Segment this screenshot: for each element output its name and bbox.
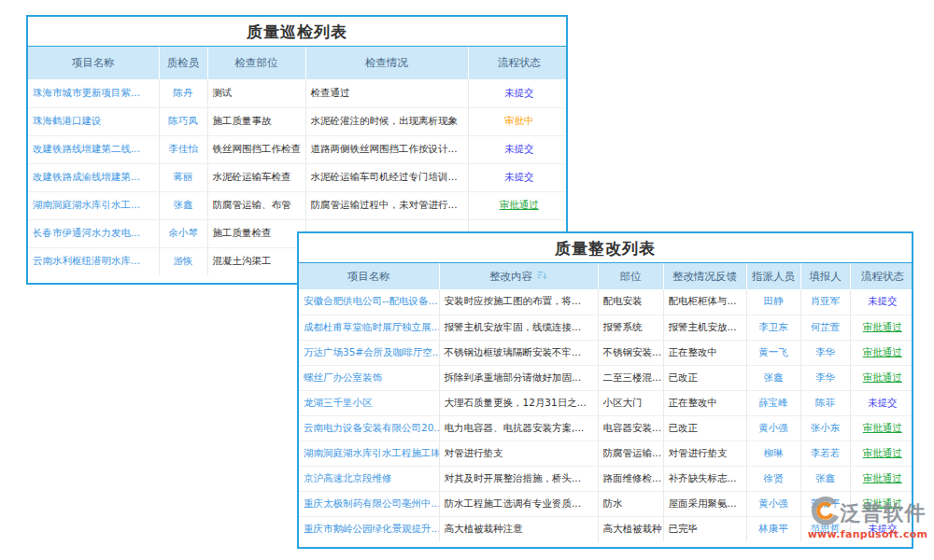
status-text[interactable]: 审批通过 <box>863 346 902 357</box>
status-text[interactable]: 审批通过 <box>863 447 902 458</box>
cell-rectify-feedback: 对管进行垫支 <box>663 441 746 466</box>
status-text[interactable]: 未提交 <box>504 87 534 98</box>
cell-text[interactable]: 黄一飞 <box>758 346 788 357</box>
cell-text[interactable]: 李华 <box>815 371 835 383</box>
cell-assignee: 薛宝峰 <box>746 390 800 415</box>
cell-text[interactable]: 安徽合肥供电公司--配电设备... <box>304 295 438 306</box>
cell-text[interactable]: 何芷萱 <box>811 321 841 332</box>
table-row: 龙湖三千里小区大理石质量更换，12月31日之...小区大门正在整改中薛宝峰陈菲未… <box>299 390 913 415</box>
fanpu-logo-row: 泛普软件 <box>801 497 934 530</box>
header-row: 项目名称整改内容部位整改情况反馈指派人员填报人流程状态 <box>299 263 913 289</box>
cell-text[interactable]: 螺丝厂办公室装饰 <box>304 371 382 383</box>
cell-project-name: 珠海鹤港口建设 <box>28 107 159 135</box>
cell-text[interactable]: 李佳怡 <box>168 143 198 154</box>
cell-text[interactable]: 柳琳 <box>764 447 784 458</box>
status-text[interactable]: 审批通过 <box>863 472 902 483</box>
cell-project-name: 万达广场35#会所及咖啡厅空... <box>299 340 439 365</box>
cell-text[interactable]: 珠海鹤港口建设 <box>33 115 102 126</box>
cell-text[interactable]: 陈巧凤 <box>168 115 198 126</box>
cell-text[interactable]: 万达广场35#会所及咖啡厅空... <box>304 346 439 357</box>
cell-text[interactable]: 张小东 <box>811 422 841 433</box>
column-header-label: 流程状态 <box>498 56 541 69</box>
cell-text[interactable]: 改建铁路成渝线增建第... <box>33 171 140 182</box>
cell-text[interactable]: 薛宝峰 <box>758 397 788 408</box>
cell-text[interactable]: 余小琴 <box>168 227 198 238</box>
cell-text: 屋面采用聚氨... <box>669 497 737 509</box>
cell-project-name: 湖南洞庭湖水库引水工程施工I标 <box>299 441 439 466</box>
status-text[interactable]: 审批通过 <box>863 371 902 383</box>
status-text[interactable]: 审批通过 <box>863 321 902 332</box>
cell-project-name: 长春市伊通河水力发电... <box>28 219 159 247</box>
cell-rectify-feedback: 屋面采用聚氨... <box>663 491 746 516</box>
cell-rectify-content: 拆除到承重墙部分请做好加固... <box>439 365 598 390</box>
cell-text[interactable]: 张鑫 <box>174 199 193 210</box>
cell-text: 混凝土沟渠工 <box>213 255 272 266</box>
cell-text: 防腐管运输、布管 <box>213 199 291 210</box>
cell-text[interactable]: 湖南洞庭湖水库引水工程施工I标 <box>304 447 439 458</box>
cell-text[interactable]: 陈菲 <box>815 397 835 408</box>
cell-text[interactable]: 龙湖三千里小区 <box>304 397 373 408</box>
cell-text[interactable]: 李卫东 <box>758 321 788 332</box>
cell-text[interactable]: 徐贤 <box>764 472 784 483</box>
cell-text: 二至三楼混... <box>603 371 662 383</box>
cell-rectify-content: 报警主机安放牢固，线缆连接... <box>439 315 598 340</box>
cell-text[interactable]: 张鑫 <box>815 472 835 483</box>
cell-text[interactable]: 重庆太极制药有限公司亳州中... <box>304 497 439 509</box>
cell-check-part: 铁丝网围挡工作检查 <box>207 135 305 163</box>
cell-text[interactable]: 李华 <box>815 346 835 357</box>
cell-reporter: 陈菲 <box>800 390 850 415</box>
cell-assignee: 张鑫 <box>746 365 800 390</box>
status-text[interactable]: 未提交 <box>868 295 898 306</box>
cell-text[interactable]: 肖亚军 <box>811 295 841 306</box>
column-header-label: 填报人 <box>809 270 842 283</box>
cell-project-name: 重庆市鹅岭公园绿化景观提升... <box>299 516 439 541</box>
cell-text: 铁丝网围挡工作检查 <box>213 143 302 154</box>
status-text[interactable]: 审批通过 <box>863 422 902 433</box>
cell-part: 高大植被栽种 <box>598 516 663 541</box>
cell-inspector: 陈巧凤 <box>159 107 207 135</box>
status-text[interactable]: 未提交 <box>504 143 534 154</box>
status-text[interactable]: 未提交 <box>504 171 534 182</box>
cell-text[interactable]: 林康平 <box>758 523 788 534</box>
cell-text[interactable]: 重庆市鹅岭公园绿化景观提升... <box>304 523 439 534</box>
cell-flow-status: 未提交 <box>850 289 913 315</box>
status-text[interactable]: 未提交 <box>868 397 898 408</box>
cell-text[interactable]: 湖南洞庭湖水库引水工... <box>33 199 140 210</box>
cell-text[interactable]: 游恢 <box>174 255 193 266</box>
cell-text[interactable]: 陈丹 <box>174 87 193 98</box>
cell-assignee: 柳琳 <box>746 441 800 466</box>
cell-text[interactable]: 黄小强 <box>758 422 788 433</box>
column-header-part: 部位 <box>598 263 663 289</box>
cell-text[interactable]: 珠海市城市更新项目紫... <box>33 87 140 98</box>
status-text[interactable]: 审批中 <box>504 115 534 126</box>
cell-text: 对管进行垫支 <box>445 447 503 458</box>
cell-reporter: 李华 <box>800 340 850 365</box>
status-text[interactable]: 审批通过 <box>500 199 539 210</box>
cell-text[interactable]: 蒋丽 <box>174 171 193 182</box>
cell-part: 报警系统 <box>598 315 663 340</box>
column-header-label: 项目名称 <box>347 270 390 283</box>
cell-text[interactable]: 云南电力设备安装有限公司20... <box>304 422 439 433</box>
column-header-project-name: 项目名称 <box>28 47 159 79</box>
table-row: 改建铁路成渝线增建第...蒋丽水泥砼运输车检查水泥砼运输车司机经过专门培训...… <box>28 163 568 191</box>
cell-text[interactable]: 李若若 <box>811 447 841 458</box>
cell-text: 水泥砼运输车司机经过专门培训... <box>311 171 458 182</box>
cell-text: 配电安装 <box>603 295 643 306</box>
cell-text: 已改正 <box>669 371 699 383</box>
cell-text: 路面维修检... <box>603 472 662 483</box>
sort-icon[interactable] <box>536 270 547 284</box>
column-header-rectify-content[interactable]: 整改内容 <box>439 263 598 289</box>
cell-text[interactable]: 张鑫 <box>764 371 784 383</box>
cell-text[interactable]: 田静 <box>764 295 784 306</box>
cell-text[interactable]: 成都杜甫草堂临时展厅独立展... <box>304 321 439 332</box>
cell-rectify-content: 防水工程施工选调有专业资质... <box>439 491 598 516</box>
cell-text[interactable]: 长春市伊通河水力发电... <box>33 227 140 238</box>
table-row: 螺丝厂办公室装饰拆除到承重墙部分请做好加固...二至三楼混...已改正张鑫李华审… <box>299 365 913 390</box>
cell-text[interactable]: 京沪高速北京段维修 <box>304 472 392 483</box>
cell-text[interactable]: 改建铁路线增建第二线... <box>33 143 140 154</box>
cell-text[interactable]: 云南水利枢纽潜明水库... <box>33 255 140 266</box>
column-header-check-situation: 检查情况 <box>305 47 468 79</box>
cell-text: 拆除到承重墙部分请做好加固... <box>445 371 582 383</box>
cell-assignee: 黄一飞 <box>746 340 800 365</box>
cell-text[interactable]: 黄小强 <box>758 497 788 509</box>
